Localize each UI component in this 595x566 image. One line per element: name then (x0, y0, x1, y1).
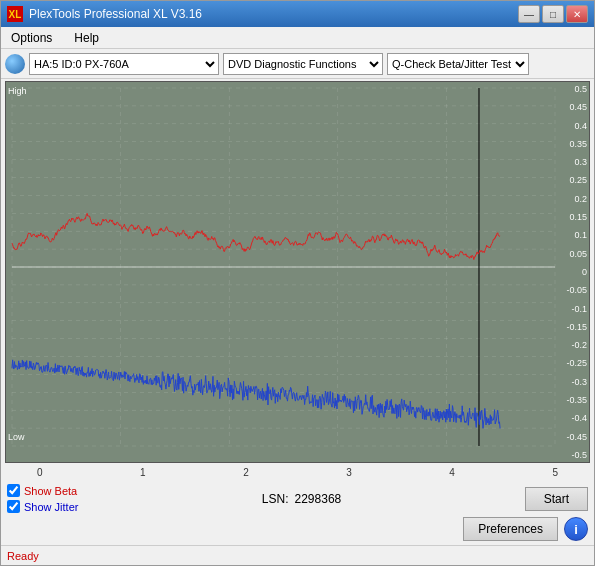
y-axis-right: 0.5 0.45 0.4 0.35 0.3 0.25 0.2 0.15 0.1 … (557, 82, 589, 462)
menu-options[interactable]: Options (5, 29, 58, 47)
menu-bar: Options Help (1, 27, 594, 49)
chart-canvas (6, 82, 589, 462)
close-button[interactable]: ✕ (566, 5, 588, 23)
show-jitter-row: Show Jitter (7, 500, 78, 513)
chart-area: High Low 0.5 0.45 0.4 0.35 0.3 0.25 0.2 … (5, 81, 590, 463)
show-jitter-label: Show Jitter (24, 501, 78, 513)
info-button[interactable]: i (564, 517, 588, 541)
status-bar: Ready (1, 545, 594, 565)
show-beta-label: Show Beta (24, 485, 77, 497)
title-bar: XL PlexTools Professional XL V3.16 — □ ✕ (1, 1, 594, 27)
app-icon: XL (7, 6, 23, 22)
status-text: Ready (7, 550, 39, 562)
chart-label-low: Low (8, 432, 25, 442)
chart-label-high: High (8, 86, 27, 96)
minimize-button[interactable]: — (518, 5, 540, 23)
window-title: PlexTools Professional XL V3.16 (29, 7, 202, 21)
function-select[interactable]: DVD Diagnostic Functions (223, 53, 383, 75)
x-axis: 0 1 2 3 4 5 (1, 465, 594, 480)
test-select[interactable]: Q-Check Beta/Jitter Test (387, 53, 529, 75)
lsn-area: LSN: 2298368 (262, 492, 341, 506)
lsn-value: 2298368 (295, 492, 342, 506)
preferences-button[interactable]: Preferences (463, 517, 558, 541)
bottom-left: Show Beta Show Jitter (7, 484, 78, 513)
show-jitter-checkbox[interactable] (7, 500, 20, 513)
toolbar: HA:5 ID:0 PX-760A DVD Diagnostic Functio… (1, 49, 594, 79)
title-bar-buttons: — □ ✕ (518, 5, 588, 23)
start-button[interactable]: Start (525, 487, 588, 511)
drive-select[interactable]: HA:5 ID:0 PX-760A (29, 53, 219, 75)
bottom-row1: Show Beta Show Jitter LSN: 2298368 Start (7, 484, 588, 513)
bottom-row2: Preferences i (7, 517, 588, 541)
main-window: XL PlexTools Professional XL V3.16 — □ ✕… (0, 0, 595, 566)
bottom-bar: Show Beta Show Jitter LSN: 2298368 Start… (1, 480, 594, 545)
menu-help[interactable]: Help (68, 29, 105, 47)
maximize-button[interactable]: □ (542, 5, 564, 23)
show-beta-row: Show Beta (7, 484, 78, 497)
title-bar-left: XL PlexTools Professional XL V3.16 (7, 6, 202, 22)
drive-icon (5, 54, 25, 74)
lsn-label: LSN: (262, 492, 289, 506)
show-beta-checkbox[interactable] (7, 484, 20, 497)
